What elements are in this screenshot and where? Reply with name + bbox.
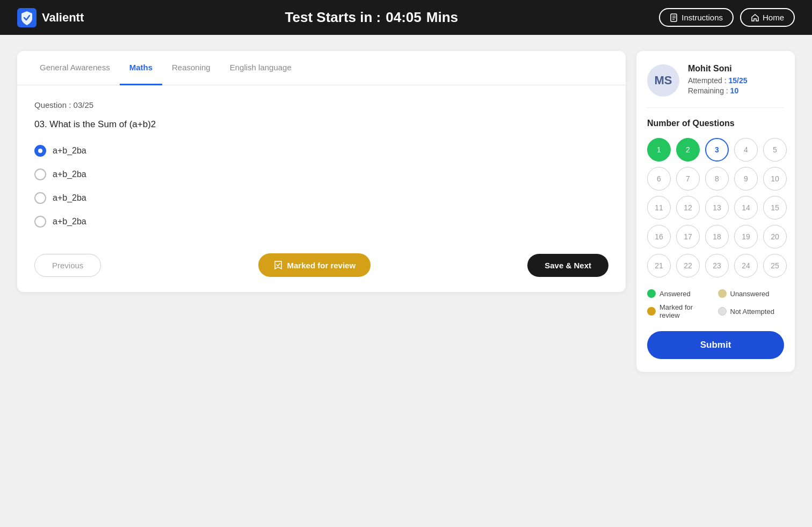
home-icon [751, 13, 759, 22]
answered-label: Answered [659, 290, 691, 298]
radio-d [34, 216, 46, 228]
unanswered-label: Unanswered [730, 290, 770, 298]
bookmark-check-icon [273, 260, 283, 270]
radio-a [34, 145, 46, 157]
number-btn-14[interactable]: 14 [734, 196, 758, 219]
option-a-text: a+b_2ba [53, 146, 86, 156]
marked-label: Marked for review [287, 261, 356, 270]
number-btn-22[interactable]: 22 [676, 254, 700, 277]
not-attempted-label: Not Attempted [730, 308, 774, 316]
number-btn-15[interactable]: 15 [763, 196, 787, 219]
options-list: a+b_2ba a+b_2ba a+b_2ba a+b_2ba [34, 145, 608, 228]
option-d-text: a+b_2ba [53, 217, 86, 226]
timer-value: 04:05 [386, 9, 422, 25]
attempted-stat: Attempted : 15/25 [688, 76, 748, 85]
number-btn-17[interactable]: 17 [676, 225, 700, 248]
user-details: Mohit Soni Attempted : 15/25 Remaining :… [688, 64, 748, 97]
tab-reasoning[interactable]: Reasoning [162, 51, 220, 85]
numbers-section-title: Number of Questions [647, 119, 784, 128]
tab-maths[interactable]: Maths [120, 51, 162, 85]
legend-unanswered: Unanswered [718, 289, 785, 298]
number-btn-20[interactable]: 20 [763, 225, 787, 248]
radio-b [34, 169, 46, 180]
timer: Test Starts in : 04:05 Mins [285, 9, 458, 26]
number-btn-12[interactable]: 12 [676, 196, 700, 219]
number-btn-2[interactable]: 2 [676, 138, 700, 162]
legend: Answered Unanswered Marked for review No… [647, 289, 784, 319]
number-btn-19[interactable]: 19 [734, 225, 758, 248]
number-btn-8[interactable]: 8 [705, 167, 729, 191]
radio-c [34, 192, 46, 204]
unanswered-dot [718, 289, 727, 298]
main-content: General Awareness Maths Reasoning Englis… [0, 35, 812, 388]
home-label: Home [763, 13, 784, 22]
instructions-label: Instructions [682, 13, 723, 22]
not-attempted-dot [718, 307, 727, 316]
remaining-value: 10 [730, 86, 739, 95]
number-btn-23[interactable]: 23 [705, 254, 729, 277]
number-btn-7[interactable]: 7 [676, 167, 700, 191]
tab-general-awareness[interactable]: General Awareness [30, 51, 120, 85]
timer-label: Test Starts in : [285, 9, 381, 25]
instructions-button[interactable]: Instructions [659, 8, 734, 27]
logo-text: Valientt [42, 11, 84, 25]
option-d[interactable]: a+b_2ba [34, 216, 608, 228]
question-text: 03. What is the Sum of (a+b)2 [34, 119, 608, 130]
header: Valientt Test Starts in : 04:05 Mins Ins… [0, 0, 812, 35]
legend-answered: Answered [647, 289, 714, 298]
marked-review-label: Marked for review [659, 303, 714, 319]
number-btn-16[interactable]: 16 [647, 225, 671, 248]
number-btn-13[interactable]: 13 [705, 196, 729, 219]
number-btn-6[interactable]: 6 [647, 167, 671, 191]
avatar: MS [647, 64, 679, 97]
number-btn-5[interactable]: 5 [763, 138, 787, 162]
marked-dot [647, 307, 656, 316]
right-card: MS Mohit Soni Attempted : 15/25 Remainin… [636, 51, 795, 372]
number-btn-18[interactable]: 18 [705, 225, 729, 248]
number-btn-1[interactable]: 1 [647, 138, 671, 162]
header-buttons: Instructions Home [659, 8, 795, 27]
legend-not-attempted: Not Attempted [718, 303, 785, 319]
user-name: Mohit Soni [688, 64, 748, 74]
user-info: MS Mohit Soni Attempted : 15/25 Remainin… [647, 64, 784, 108]
remaining-stat: Remaining : 10 [688, 86, 748, 95]
number-btn-11[interactable]: 11 [647, 196, 671, 219]
option-a[interactable]: a+b_2ba [34, 145, 608, 157]
action-buttons: Previous Marked for review Save & Next [34, 253, 608, 277]
number-btn-4[interactable]: 4 [734, 138, 758, 162]
answered-dot [647, 289, 656, 298]
tab-english[interactable]: English language [220, 51, 301, 85]
instructions-icon [670, 13, 678, 22]
number-btn-21[interactable]: 21 [647, 254, 671, 277]
legend-marked: Marked for review [647, 303, 714, 319]
right-panel: MS Mohit Soni Attempted : 15/25 Remainin… [636, 51, 795, 372]
attempted-value: 15/25 [728, 76, 747, 85]
option-c-text: a+b_2ba [53, 193, 86, 203]
number-btn-24[interactable]: 24 [734, 254, 758, 277]
option-c[interactable]: a+b_2ba [34, 192, 608, 204]
marked-for-review-button[interactable]: Marked for review [258, 253, 371, 277]
left-panel: General Awareness Maths Reasoning Englis… [17, 51, 626, 372]
option-b-text: a+b_2ba [53, 170, 86, 179]
timer-unit: Mins [426, 9, 458, 25]
question-card: Question : 03/25 03. What is the Sum of … [17, 85, 626, 292]
question-number: Question : 03/25 [34, 100, 608, 109]
number-btn-10[interactable]: 10 [763, 167, 787, 191]
option-b[interactable]: a+b_2ba [34, 169, 608, 180]
number-btn-3[interactable]: 3 [705, 138, 729, 162]
number-grid: 1234567891011121314151617181920212223242… [647, 138, 784, 277]
number-btn-9[interactable]: 9 [734, 167, 758, 191]
submit-button[interactable]: Submit [647, 331, 784, 359]
logo-icon [17, 8, 37, 27]
previous-button[interactable]: Previous [34, 254, 101, 277]
home-button[interactable]: Home [740, 8, 795, 27]
tabs-bar: General Awareness Maths Reasoning Englis… [17, 51, 626, 85]
logo: Valientt [17, 8, 84, 27]
number-btn-25[interactable]: 25 [763, 254, 787, 277]
save-next-button[interactable]: Save & Next [527, 254, 608, 277]
